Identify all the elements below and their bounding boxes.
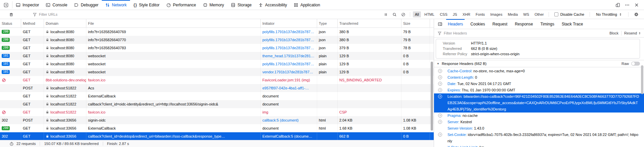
header-name[interactable]: Server-Version: <box>447 126 473 130</box>
raw-toggle[interactable] <box>631 62 640 66</box>
header-name[interactable]: Location: <box>447 94 463 98</box>
request-row[interactable]: 200GETlocalhost:8080info?t=1635826640770… <box>0 36 434 44</box>
type-filter-ws[interactable]: WS <box>521 11 531 17</box>
header-row[interactable]: ?Expires: Thu, 01 Jan 1970 00:00:00 GMT <box>434 87 644 93</box>
header-name[interactable]: Expires: <box>447 88 461 92</box>
column-header-initiator[interactable]: Initiator <box>261 19 317 27</box>
toolbox-meatball-menu-button[interactable] <box>622 0 632 10</box>
header-name[interactable]: Server: <box>447 120 459 124</box>
request-row[interactable]: 101GETlocalhost:8080websocketvendor.1791… <box>0 68 434 76</box>
response-headers-section[interactable]: ▼ Response Headers (662 B) Raw <box>434 60 644 67</box>
question-icon[interactable]: ? <box>438 69 442 73</box>
column-header-status[interactable]: Status <box>0 19 21 27</box>
tab-debugger[interactable]: Debugger <box>71 0 102 10</box>
block-url-button[interactable]: Block <box>609 31 618 35</box>
tab-application[interactable]: Application <box>290 0 324 10</box>
request-row[interactable]: 200GETlocalhost:33656ExternalCallbackdoc… <box>0 124 434 132</box>
detail-tab-stack-trace[interactable]: Stack Trace <box>558 19 587 29</box>
performance-analysis-icon[interactable] <box>9 142 14 146</box>
request-row[interactable]: GET8bit-solutions-dev.onelogin.…favicon.… <box>0 76 434 84</box>
type-filter-fonts[interactable]: Fonts <box>474 11 487 17</box>
request-row[interactable]: 302POSTlocalhost:33656signin-oidccallbac… <box>0 116 434 124</box>
request-row[interactable]: 101GETlocalhost:8080websocketpolyfills.1… <box>0 60 434 68</box>
request-list-scrollbar[interactable] <box>431 62 433 131</box>
filter-urls-input[interactable] <box>39 12 382 16</box>
block-requests-button[interactable] <box>399 11 408 18</box>
initiator-link[interactable]: theme_head.1791b137de281… <box>262 54 314 58</box>
type-filter-js[interactable]: JS <box>451 11 459 17</box>
close-devtools-button[interactable] <box>632 0 641 10</box>
column-header-method[interactable]: Method <box>21 19 44 27</box>
detail-tab-timings[interactable]: Timings <box>536 19 558 29</box>
header-name[interactable]: X-Rate-Limit-Limit: <box>447 145 478 147</box>
detail-tab-request[interactable]: Request <box>489 19 511 29</box>
tab-performance[interactable]: Performance <box>163 0 200 10</box>
column-header-size[interactable]: Size <box>401 19 430 27</box>
tab-memory[interactable]: Memory <box>200 0 227 10</box>
header-name[interactable]: Date: <box>447 82 456 86</box>
request-row[interactable]: GETlocalhost:51822ExternalCallbackdocume… <box>0 92 434 100</box>
question-icon[interactable]: ? <box>438 120 442 124</box>
header-row[interactable]: ?Location: bitwarden://sso-callback?code… <box>434 93 644 113</box>
request-row[interactable]: 200GETlocalhost:8080info?t=1635826640783… <box>0 44 434 52</box>
responsive-design-mode-button[interactable] <box>613 0 622 10</box>
header-row[interactable]: ?Pragma: no-cache <box>434 113 644 119</box>
question-icon[interactable]: ? <box>438 114 442 118</box>
search-button[interactable] <box>390 11 399 18</box>
throttling-dropdown[interactable]: No Throttling <box>592 12 626 16</box>
detail-tab-cookies[interactable]: Cookies <box>467 19 488 29</box>
tab-console[interactable]: Console <box>42 0 71 10</box>
tab-style-editor[interactable]: { }Style Editor <box>130 0 163 10</box>
initiator-link[interactable]: vendor.1791b137de281b787… <box>262 70 313 74</box>
initiator-link[interactable]: callback:5 (document) <box>262 118 299 122</box>
header-name[interactable]: Content-Length: <box>447 75 474 79</box>
header-name[interactable]: Set-Cookie: <box>447 133 467 137</box>
type-filter-html[interactable]: HTML <box>422 11 436 17</box>
column-header-file[interactable]: File <box>86 19 261 27</box>
request-row[interactable]: GETlocalhost:51822favicon.icoimgCSP <box>0 108 434 116</box>
initiator-link[interactable]: e957f897-042e-4ba1-aff1-… <box>262 86 309 90</box>
initiator-link[interactable]: polyfills.1791b137de281b787… <box>262 46 314 50</box>
question-icon[interactable]: ? <box>438 133 442 137</box>
initiator-link[interactable]: polyfills.1791b137de281b787… <box>262 38 314 42</box>
request-row[interactable]: GETlocalhost:51822callback?client_id=oid… <box>0 100 434 108</box>
type-filter-all[interactable]: All <box>413 11 421 17</box>
tab-inspector[interactable]: Inspector <box>12 0 42 10</box>
column-header-type[interactable]: Type <box>317 19 338 27</box>
question-icon[interactable]: ? <box>438 88 442 92</box>
type-filter-other[interactable]: Other <box>532 11 546 17</box>
detail-tab-response[interactable]: Response <box>511 19 536 29</box>
initiator-link[interactable]: polyfills.1791b137de281b787… <box>262 62 314 66</box>
question-icon[interactable]: ? <box>438 75 442 79</box>
initiator-link[interactable]: polyfills.1791b137de281b787… <box>262 30 314 34</box>
filter-headers-input[interactable] <box>444 31 609 35</box>
type-filter-images[interactable]: Images <box>488 11 504 17</box>
header-row[interactable]: Server-Version: 1.43.0 <box>434 125 644 132</box>
header-row[interactable]: ?Cache-Control: no-store, no-cache, max-… <box>434 68 644 74</box>
detail-scrollbar[interactable] <box>641 65 643 94</box>
initiator-link[interactable]: ExternalCallback:5 (docume… <box>262 134 312 138</box>
disable-cache-checkbox[interactable] <box>554 12 558 16</box>
disable-cache-control[interactable]: Disable Cache <box>551 12 588 16</box>
network-settings-button[interactable] <box>631 11 642 18</box>
pause-traffic-button[interactable] <box>382 11 390 18</box>
tab-storage[interactable]: Storage <box>227 0 255 10</box>
request-row[interactable]: 101GETlocalhost:8080websockettheme_head.… <box>0 52 434 60</box>
type-filter-media[interactable]: Media <box>506 11 520 17</box>
header-name[interactable]: Cache-Control: <box>447 69 472 73</box>
header-row[interactable]: ?Content-Length: 0 <box>434 74 644 81</box>
type-filter-css[interactable]: CSS <box>438 11 449 17</box>
resend-button[interactable]: Resend <box>624 31 641 35</box>
header-row[interactable]: ?Server: Kestrel <box>434 119 644 125</box>
request-row[interactable]: POSTlocalhost:51822Acse957f897-042e-4ba1… <box>0 84 434 92</box>
column-header-transferred[interactable]: Transferred <box>338 19 401 27</box>
header-row[interactable]: ?Date: Tue, 02 Nov 2021 04:17:21 GMT <box>434 81 644 87</box>
header-row[interactable]: ?Set-Cookie: idsrv=adf6cba1-7075-402b-9e… <box>434 132 644 144</box>
header-name[interactable]: Pragma: <box>447 114 462 118</box>
collapse-panel-button[interactable] <box>436 19 444 29</box>
request-row[interactable]: 200GETlocalhost:8080info?t=1635826640769… <box>0 28 434 36</box>
pick-element-button[interactable] <box>0 0 12 10</box>
column-header-domain[interactable]: Domain <box>44 19 86 27</box>
tab-accessibility[interactable]: Accessibility <box>255 0 290 10</box>
clear-requests-button[interactable] <box>0 10 22 19</box>
